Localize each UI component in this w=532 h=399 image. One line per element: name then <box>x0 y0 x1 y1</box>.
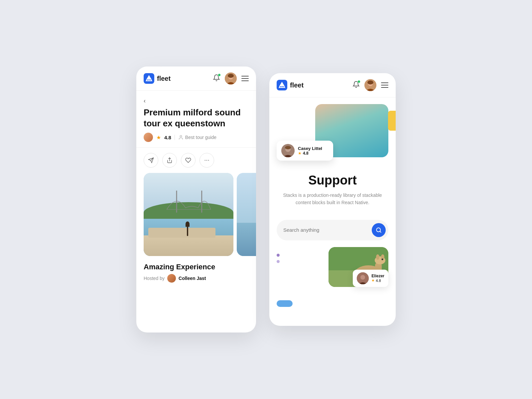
back-button[interactable]: ‹ <box>144 97 249 104</box>
guide-info: Casey Littel ★ 4.8 <box>298 146 322 156</box>
bell-button[interactable] <box>213 74 220 83</box>
svg-point-5 <box>180 135 182 137</box>
host-row: Hosted by Colleen Jast <box>144 274 249 283</box>
support-section: Support Stacks is a production-ready lib… <box>269 157 396 213</box>
right-nav-icons <box>352 79 388 91</box>
guide-label-text: Best tour guide <box>185 135 216 140</box>
right-logo: fleet <box>277 80 349 90</box>
left-logo-icon <box>144 73 154 84</box>
guide-rating-value: 4.8 <box>303 151 309 156</box>
rating-row: ★ 4.8 Best tour guide <box>144 133 249 142</box>
experience-section: Amazing Experience Hosted by Colleen Jas… <box>136 256 256 289</box>
host-name: Colleen Jast <box>179 276 206 281</box>
cta-button[interactable] <box>277 300 293 307</box>
image-strip <box>136 173 256 256</box>
right-nav-bar: fleet <box>269 73 396 97</box>
support-description: Stacks is a production-ready library of … <box>277 192 388 206</box>
eliezer-avatar <box>357 272 369 284</box>
support-title: Support <box>277 173 388 188</box>
hosted-by-label: Hosted by <box>144 276 165 281</box>
right-phone-card: fleet <box>269 73 396 326</box>
back-chevron-icon: ‹ <box>144 97 146 104</box>
right-user-avatar[interactable] <box>364 79 376 91</box>
side-tour-image <box>237 173 256 256</box>
left-nav-icons <box>213 72 249 84</box>
search-input[interactable] <box>283 227 369 233</box>
right-bell-dot <box>357 80 360 83</box>
eliezer-card: Eliezer ★ 4.8 <box>353 270 388 287</box>
left-logo: fleet <box>144 73 209 84</box>
right-logo-icon <box>277 80 287 90</box>
guide-star-icon: ★ <box>298 151 302 156</box>
send-button[interactable] <box>144 153 158 168</box>
title-section: ‹ Premium milford sound tour ex queensto… <box>136 91 256 148</box>
left-logo-text: fleet <box>157 75 171 82</box>
guide-avatar <box>281 144 295 157</box>
bell-notification-dot <box>218 73 221 76</box>
heart-button[interactable] <box>181 153 196 168</box>
page-title: Premium milford sound tour ex queenstown <box>144 107 249 129</box>
rating-value: 4.8 <box>164 135 171 140</box>
action-bar <box>136 148 256 173</box>
dot-lavender <box>277 260 280 263</box>
main-tour-image <box>144 173 233 256</box>
more-button[interactable] <box>200 153 214 168</box>
svg-point-10 <box>206 160 207 161</box>
dot-purple <box>277 254 280 257</box>
search-bar <box>277 220 388 240</box>
eliezer-info: Eliezer ★ 4.8 <box>371 274 384 283</box>
guide-card: Casey Littel ★ 4.8 <box>277 141 333 161</box>
left-nav-bar: fleet <box>136 66 256 91</box>
svg-point-38 <box>360 275 365 280</box>
guide-name-text: Casey Littel <box>298 146 322 151</box>
host-avatar <box>167 274 176 283</box>
bottom-section: Eliezer ★ 4.8 <box>269 240 396 287</box>
guide-label: Best tour guide <box>178 135 216 140</box>
star-icon: ★ <box>156 134 161 141</box>
right-bell-button[interactable] <box>352 81 360 89</box>
svg-line-24 <box>380 231 381 232</box>
decorative-dots <box>277 247 280 263</box>
hero-section: Casey Littel ★ 4.8 <box>269 97 396 157</box>
left-user-avatar[interactable] <box>225 72 237 84</box>
svg-point-19 <box>367 80 373 84</box>
right-logo-text: fleet <box>290 81 304 89</box>
svg-point-11 <box>208 160 209 161</box>
experience-title: Amazing Experience <box>144 263 249 271</box>
search-button[interactable] <box>372 223 386 237</box>
svg-point-4 <box>228 74 234 78</box>
yellow-accent-tab <box>388 111 396 131</box>
right-menu-button[interactable] <box>381 82 388 88</box>
left-menu-button[interactable] <box>241 76 249 81</box>
svg-point-32 <box>382 258 383 260</box>
eliezer-name-text: Eliezer <box>371 274 384 278</box>
left-phone-card: fleet <box>136 66 256 332</box>
eliezer-rating-row: ★ 4.8 <box>371 278 384 283</box>
svg-point-9 <box>205 160 205 161</box>
share-button[interactable] <box>162 153 177 168</box>
svg-point-30 <box>376 254 379 260</box>
guide-rating-row: ★ 4.8 <box>298 151 322 156</box>
eliezer-star-icon: ★ <box>371 278 375 283</box>
divider <box>175 135 175 140</box>
guide-small-avatar <box>144 133 153 142</box>
svg-point-22 <box>285 146 291 149</box>
eliezer-rating-value: 4.8 <box>376 279 381 283</box>
